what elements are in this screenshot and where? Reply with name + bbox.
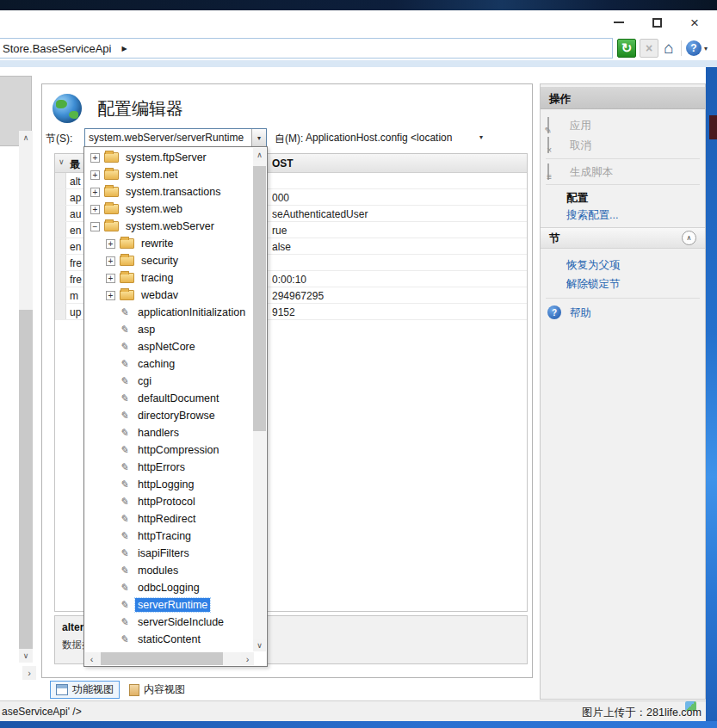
unlock-section-link[interactable]: 解除锁定节 [541,275,705,293]
collapse-icon[interactable]: − [90,222,100,231]
tree-item-odbcLogging[interactable]: ✎odbcLogging [85,579,254,596]
scroll-right-button[interactable]: › [22,666,36,680]
home-button[interactable]: ⌂ [659,39,678,58]
property-name-fragment: fre [70,274,82,286]
tree-item-serverSideInclude[interactable]: ✎serverSideInclude [85,614,254,631]
from-combobox-value[interactable]: ApplicationHost.config <location [306,132,452,144]
tree-item-isapiFilters[interactable]: ✎isapiFilters [85,545,254,562]
combobox-dropdown-button[interactable]: ▾ [251,129,266,146]
expand-icon[interactable]: + [90,153,100,163]
expand-icon[interactable]: + [90,170,100,180]
tree-item-asp[interactable]: ✎asp [85,321,254,338]
dropdown-horizontal-scrollbar[interactable]: ‹ › [85,652,254,665]
tree-item-label: system.ftpServer [123,151,209,164]
group-header-left-fragment: 最 [70,157,80,172]
group-collapse-icon[interactable]: ∨ [59,157,65,166]
expand-icon[interactable]: + [106,256,115,266]
generate-script-button[interactable]: ≡ 生成脚本 [541,163,705,181]
expand-icon[interactable]: + [106,291,115,300]
tree-item-system.net[interactable]: +system.net [85,166,254,183]
tab-features-view[interactable]: 功能视图 [50,681,120,699]
tree-item-rewrite[interactable]: +rewrite [85,235,254,252]
property-value: rue [272,225,287,237]
from-caret-down-icon[interactable]: ▾ [479,133,483,141]
help-button[interactable]: ? [684,39,703,58]
section-combobox[interactable]: system.webServer/serverRuntime ▾ [84,128,267,147]
scroll-down-button[interactable]: ∨ [253,639,266,651]
folder-icon [104,221,119,231]
tree-item-httpErrors[interactable]: ✎httpErrors [85,459,254,476]
scroll-right-button[interactable]: › [241,652,254,665]
tree-item-system.web[interactable]: +system.web [85,201,254,218]
tree-item-webdav[interactable]: +webdav [85,287,254,304]
tree-item-modules[interactable]: ✎modules [85,562,254,579]
tree-item-aspNetCore[interactable]: ✎aspNetCore [85,338,254,355]
tree-item-httpRedirect[interactable]: ✎httpRedirect [85,510,254,527]
section-pencil-icon: ✎ [120,410,132,422]
collapse-group-button[interactable]: ∧ [682,231,696,245]
scrollbar-thumb[interactable] [101,652,223,665]
tree-item-system.ftpServer[interactable]: +system.ftpServer [85,149,254,166]
tree-item-defaultDocument[interactable]: ✎defaultDocument [85,390,254,407]
section-dropdown-list: +system.ftpServer+system.net+system.tran… [83,146,268,667]
expand-icon[interactable]: + [106,274,115,283]
section-pencil-icon: ✎ [120,444,132,456]
address-bar[interactable]: Store.BaseServiceApi ▶ [0,38,613,59]
apply-button[interactable]: ✎ 应用 [541,117,705,134]
help-dropdown-caret-icon[interactable]: ▾ [704,45,708,52]
property-name-fragment: fre [70,257,82,269]
tree-item-tracing[interactable]: +tracing [85,269,254,287]
minimize-button[interactable] [606,12,632,33]
help-link[interactable]: ? 帮助 [541,305,705,322]
scrollbar-thumb[interactable] [19,310,33,650]
tree-item-label: webdav [139,288,181,302]
scrollbar-thumb[interactable] [253,166,266,431]
tree-item-caching[interactable]: ✎caching [85,355,254,373]
tab-content-view[interactable]: 内容视图 [124,681,190,699]
refresh-button[interactable]: ↻ [617,39,636,58]
tree-item-applicationInitialization[interactable]: ✎applicationInitialization [85,304,254,321]
section-pencil-icon: ✎ [120,547,132,559]
scroll-up-button[interactable]: ∧ [19,131,33,145]
close-button[interactable]: × [682,12,708,33]
tree-item-httpCompression[interactable]: ✎httpCompression [85,441,254,459]
scroll-up-button[interactable]: ∧ [253,148,266,161]
maximize-button[interactable] [644,12,670,33]
globe-icon [53,94,82,123]
from-label: 自(M): [275,132,303,146]
tree-item-httpProtocol[interactable]: ✎httpProtocol [85,493,254,510]
tree-item-staticContent[interactable]: ✎staticContent [85,631,254,648]
tree-item-handlers[interactable]: ✎handlers [85,424,254,441]
connections-panel-clipped: ∧ ∨ › [0,67,40,728]
desktop-edge-bottom [0,721,717,728]
cancel-button[interactable]: × 取消 [541,137,705,154]
scroll-left-button[interactable]: ‹ [85,652,98,665]
tree-item-system.webServer[interactable]: −system.webServer [85,218,254,235]
tree-item-httpTracing[interactable]: ✎httpTracing [85,527,254,545]
expand-icon[interactable]: + [90,188,100,197]
tree-item-cgi[interactable]: ✎cgi [85,373,254,390]
expand-icon[interactable]: + [106,239,115,249]
stop-button[interactable]: × [640,39,658,58]
toolbar: Store.BaseServiceApi ▶ ↻ × ⌂ ? ▾ [0,34,717,60]
tree-item-httpLogging[interactable]: ✎httpLogging [85,476,254,493]
property-name-fragment: ap [70,192,81,204]
expand-icon[interactable]: + [90,205,100,214]
actions-panel-header: 操作 [541,87,705,109]
scroll-down-button[interactable]: ∨ [19,649,33,663]
view-tabs: 功能视图 内容视图 [41,680,533,700]
search-configuration-link[interactable]: 搜索配置... [541,207,705,224]
apply-icon: ✎ [547,118,561,132]
connections-vertical-scrollbar[interactable]: ∧ ∨ [19,131,33,663]
tree-item-directoryBrowse[interactable]: ✎directoryBrowse [85,407,254,424]
tree-item-security[interactable]: +security [85,252,254,269]
tree-item-system.transactions[interactable]: +system.transactions [85,183,254,201]
folder-icon [104,170,119,180]
dropdown-vertical-scrollbar[interactable]: ∧ ∨ [253,148,266,651]
close-icon: × [690,15,699,30]
revert-to-parent-link[interactable]: 恢复为父项 [541,256,705,274]
section-group-header[interactable]: 节 ∧ [541,227,705,249]
tree-item-serverRuntime[interactable]: ✎serverRuntime [85,596,254,614]
tree-item-label: serverRuntime [135,598,210,612]
section-label: 节(S): [46,132,72,146]
